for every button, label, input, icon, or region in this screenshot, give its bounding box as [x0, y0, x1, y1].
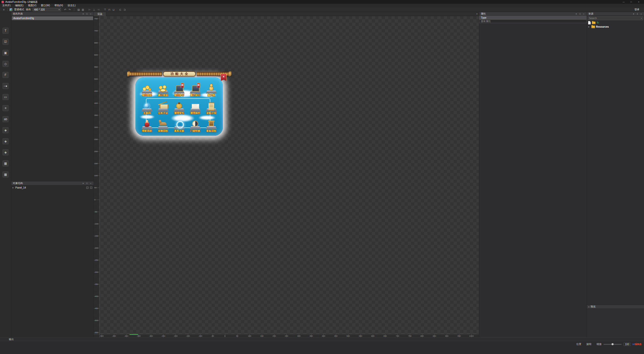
panel-close-icon[interactable]: × [89, 13, 92, 15]
function-icon-12[interactable]: 坐骑回收 [155, 115, 171, 133]
property-search-input[interactable] [479, 19, 587, 23]
slider-tool[interactable]: –● [3, 83, 9, 89]
layers-tool[interactable]: ◈ [3, 138, 9, 144]
function-icon-8[interactable]: 清理背包 [171, 97, 187, 115]
lock-toggle-icon[interactable] [90, 187, 92, 189]
function-icon-11[interactable]: 理财系统 [139, 115, 155, 133]
ruler-number: 550 [94, 66, 98, 68]
function-icon-7[interactable]: 任务大全 [155, 97, 171, 115]
pin-icon[interactable]: ↧ [86, 13, 88, 15]
new-file-icon[interactable] [588, 21, 591, 24]
tab-render[interactable]: 渲染 [94, 12, 106, 16]
function-icon-6[interactable]: 兑换码 [139, 97, 155, 115]
grid-tool[interactable]: ▦ [3, 160, 9, 166]
resources-root-node[interactable]: ▸ Resources [587, 25, 644, 29]
canvas-list-item[interactable]: AvatarFunctionDlg [12, 16, 93, 20]
avatar-function-dialog[interactable]: 功能大全 × 每日奖励累计奖励排每日排行排累计排行魔力瓶兑换码任务大全清理背包清… [127, 71, 231, 77]
dialog-header[interactable]: 功能大全 [127, 71, 231, 77]
function-icon-10[interactable]: 攻略介绍 [203, 97, 219, 115]
function-icon-3[interactable]: 排每日排行 [171, 79, 187, 97]
function-icon-5[interactable]: 魔力瓶 [203, 79, 219, 97]
function-icon-15[interactable]: 装备回收 [203, 115, 219, 133]
dialog-close-button[interactable]: × [221, 74, 227, 81]
layout-horizontal-icon[interactable]: ▤ [77, 8, 80, 12]
toolbar-separator [74, 8, 74, 11]
tab-menu-icon[interactable]: ▾ [476, 13, 479, 15]
resource-search-input[interactable] [588, 17, 640, 20]
pin-icon[interactable]: ↧ [86, 182, 88, 185]
refresh-icon[interactable]: ↻ [597, 21, 599, 24]
function-icon-14[interactable]: 门派转换 [187, 115, 203, 133]
distribute-horizontal-icon[interactable]: ⊏ [118, 8, 122, 12]
menu-item-4[interactable]: 帮助(H) [52, 4, 65, 7]
canvas-size-value: 480 * 320 [34, 8, 45, 11]
design-canvas[interactable]: 7507006506005505004504003503002502001501… [94, 16, 479, 337]
panel-close-icon[interactable]: × [640, 13, 642, 15]
layout-vertical-icon[interactable]: ▥ [81, 8, 85, 12]
properties-body [479, 23, 587, 337]
horizontal-ruler: -500-450-400-350-300-250-200-150-100-500… [100, 334, 479, 337]
label-tool[interactable]: T [3, 28, 9, 34]
tileset-tool[interactable]: ▦ [3, 171, 9, 178]
richtext-tool[interactable]: F [3, 72, 9, 78]
panel-menu-icon[interactable]: ▾ [82, 182, 85, 185]
function-icon-13[interactable]: 道具兑换 [171, 115, 187, 133]
align-center-icon[interactable]: ⊥ [92, 8, 96, 12]
window-controls: — □ × [620, 0, 642, 4]
visibility-toggle-icon[interactable] [86, 187, 89, 189]
hamburger-menu-icon[interactable]: ≡ [2, 8, 6, 12]
maximize-button[interactable]: □ [627, 0, 635, 4]
brand-text-blue: UI [632, 343, 635, 345]
undo-icon[interactable]: ↶ [63, 8, 67, 12]
menu-item-2[interactable]: 视图(V) [26, 4, 38, 7]
output-bar[interactable]: 输出 [0, 337, 644, 341]
align-middle-icon[interactable]: ⊓ [107, 8, 111, 12]
align-right-icon[interactable]: ⊣ [96, 8, 100, 12]
menu-item-3[interactable]: 窗口(W) [38, 4, 52, 7]
image-tool[interactable]: ▣ [3, 50, 9, 56]
shape-tool[interactable]: ◇ [3, 61, 9, 67]
login-button[interactable]: 登录 [632, 8, 642, 12]
checkbox-tool[interactable]: ☑ [3, 39, 9, 45]
redo-icon[interactable]: ↷ [68, 8, 71, 12]
object-tree-row[interactable]: ▸Panel_14 [11, 186, 94, 190]
function-icon-4[interactable]: 排累计排行 [187, 79, 203, 97]
panel-close-icon[interactable]: × [89, 182, 92, 185]
expand-arrow-icon[interactable]: ▸ [13, 187, 15, 189]
layer-tool[interactable]: ◈ [3, 127, 9, 133]
panel-menu-icon[interactable]: ▾ [575, 13, 578, 15]
function-icon-2[interactable]: 累计奖励 [155, 79, 171, 97]
pin-icon[interactable]: ↧ [636, 13, 639, 15]
panel-close-icon[interactable]: × [582, 13, 585, 15]
zoom-slider-thumb[interactable] [612, 343, 614, 345]
close-button[interactable]: × [635, 0, 642, 4]
list-tool[interactable]: ≡ [3, 105, 9, 111]
minimize-button[interactable]: — [620, 0, 627, 4]
function-icon-9[interactable]: 清理邮件 [187, 97, 203, 115]
zoom-value[interactable]: 100 [624, 343, 630, 346]
align-top-icon[interactable]: ⊤ [103, 8, 107, 12]
align-bottom-icon[interactable]: ⊔ [112, 8, 115, 12]
scene-tool[interactable]: ◈ [3, 149, 9, 155]
button-tool[interactable]: ▭ [3, 94, 9, 100]
zoom-slider[interactable] [603, 344, 622, 345]
expand-arrow-icon[interactable]: ▸ [588, 26, 590, 28]
canvas-size-select[interactable]: 480 * 320 ▾ [33, 8, 61, 11]
menu-item-0[interactable]: 文件(F) [0, 4, 13, 7]
panel-menu-icon[interactable]: ▾ [632, 13, 635, 15]
dialog-body[interactable]: 每日奖励累计奖励排每日排行排累计排行魔力瓶兑换码任务大全清理背包清理邮件攻略介绍… [135, 77, 223, 136]
pin-icon[interactable]: ↧ [579, 13, 581, 15]
function-icon-1[interactable]: 每日奖励 [139, 79, 155, 97]
clear-search-icon[interactable]: × [640, 17, 643, 19]
open-folder-icon[interactable] [592, 22, 595, 24]
mode-icon [10, 8, 12, 11]
mode-label[interactable]: 普通模式 [14, 8, 24, 11]
panel-menu-icon[interactable]: ▾ [82, 13, 85, 15]
function-icon-label: 每日奖励 [142, 94, 152, 97]
preview-header[interactable]: ▴ 预览 [587, 305, 644, 308]
textinput-tool[interactable]: ab [3, 116, 9, 122]
menu-item-5[interactable]: 语言(L) [65, 4, 78, 7]
distribute-vertical-icon[interactable]: ⊐ [123, 8, 127, 12]
menu-item-1[interactable]: 编辑(E) [13, 4, 26, 7]
align-left-icon[interactable]: ⊢ [88, 8, 92, 12]
